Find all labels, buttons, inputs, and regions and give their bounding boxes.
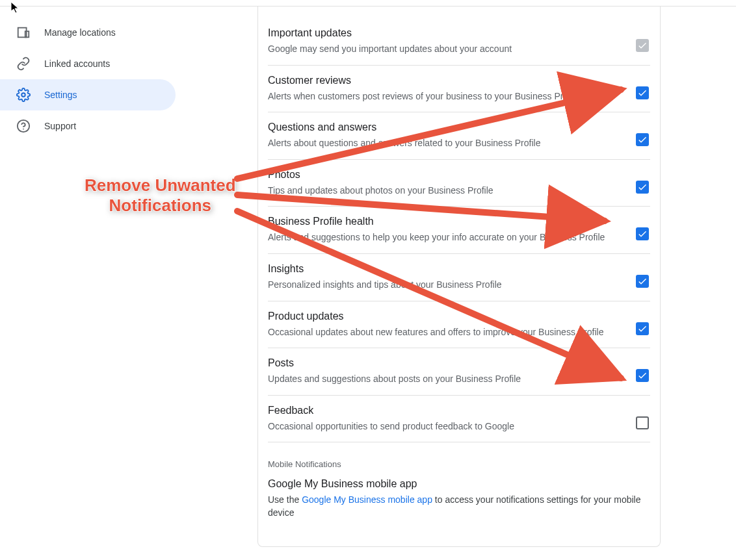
setting-row-photos: Photos Tips and updates about photos on … (268, 160, 650, 207)
setting-title: Important updates (268, 27, 623, 39)
checkbox-customer-reviews[interactable] (636, 86, 650, 101)
sidebar: Manage locations Linked accounts Setting… (0, 6, 182, 560)
sidebar-item-settings[interactable]: Settings (0, 79, 176, 110)
sidebar-item-label: Manage locations (44, 27, 116, 38)
settings-panel: Important updates Google may send you im… (257, 6, 661, 547)
sidebar-item-label: Settings (44, 90, 77, 100)
setting-desc: Tips and updates about photos on your Bu… (268, 185, 623, 197)
gear-icon (16, 87, 31, 103)
setting-desc: Google may send you important updates ab… (268, 43, 623, 56)
setting-desc: Personalized insights and tips about you… (268, 279, 623, 292)
checkbox-insights[interactable] (636, 275, 650, 289)
mobile-app-title: Google My Business mobile app (268, 478, 650, 490)
sidebar-item-label: Support (44, 121, 76, 131)
checkbox-photos[interactable] (636, 181, 650, 195)
setting-title: Posts (268, 357, 623, 369)
setting-title: Insights (268, 263, 623, 275)
locations-icon (16, 25, 31, 40)
setting-row-profile-health: Business Profile health Alerts and sugge… (268, 207, 650, 254)
link-icon (16, 56, 31, 71)
setting-row-posts: Posts Updates and suggestions about post… (268, 348, 650, 396)
setting-title: Photos (268, 169, 623, 181)
checkbox-questions-answers[interactable] (636, 133, 650, 147)
setting-desc: Occasional updates about new features an… (268, 326, 623, 339)
mobile-app-link[interactable]: Google My Business mobile app (302, 494, 432, 505)
mobile-app-desc: Use the Google My Business mobile app to… (268, 494, 650, 519)
setting-title: Feedback (268, 405, 623, 416)
setting-title: Customer reviews (268, 75, 623, 86)
help-icon (16, 118, 31, 134)
sidebar-item-manage-locations[interactable]: Manage locations (0, 17, 176, 48)
sidebar-item-support[interactable]: Support (0, 110, 176, 142)
mobile-section-header: Mobile Notifications (268, 459, 650, 469)
setting-row-important-updates: Important updates Google may send you im… (268, 18, 650, 66)
setting-desc: Occasional opportunities to send product… (268, 420, 623, 433)
setting-row-feedback: Feedback Occasional opportunities to sen… (268, 396, 650, 443)
checkbox-important-updates (636, 39, 650, 53)
setting-row-customer-reviews: Customer reviews Alerts when customers p… (268, 66, 650, 113)
setting-row-questions-answers: Questions and answers Alerts about quest… (268, 112, 650, 160)
sidebar-item-linked-accounts[interactable]: Linked accounts (0, 48, 176, 79)
setting-desc: Alerts when customers post reviews of yo… (268, 90, 623, 103)
setting-title: Product updates (268, 311, 623, 322)
svg-point-8 (21, 93, 25, 97)
checkbox-product-updates[interactable] (636, 322, 650, 337)
setting-title: Business Profile health (268, 216, 623, 227)
checkbox-posts[interactable] (636, 369, 650, 383)
setting-desc: Updates and suggestions about posts on y… (268, 373, 623, 386)
setting-row-insights: Insights Personalized insights and tips … (268, 254, 650, 301)
setting-desc: Alerts about questions and answers relat… (268, 137, 623, 150)
setting-desc: Alerts and suggestions to help you keep … (268, 231, 623, 244)
checkbox-profile-health[interactable] (636, 227, 650, 242)
checkbox-feedback[interactable] (636, 416, 650, 431)
setting-title: Questions and answers (268, 121, 623, 133)
setting-row-product-updates: Product updates Occasional updates about… (268, 301, 650, 349)
sidebar-item-label: Linked accounts (44, 58, 110, 69)
